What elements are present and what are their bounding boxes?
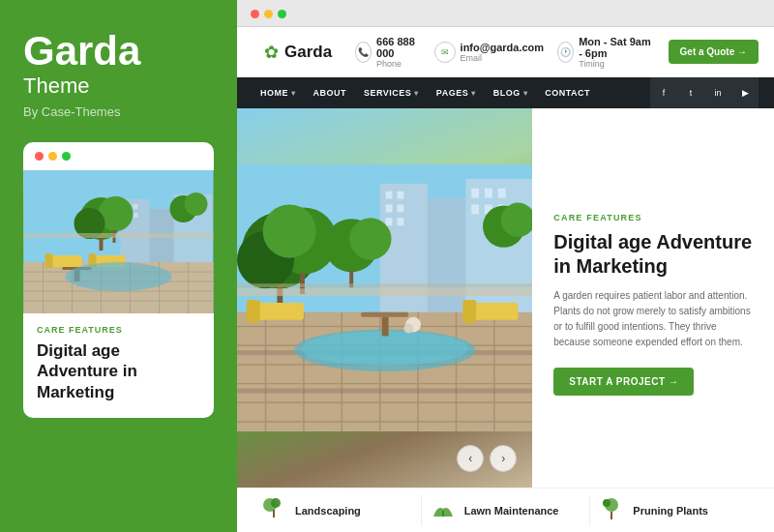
nav-contact[interactable]: CONTACT xyxy=(537,77,598,108)
nav-home[interactable]: HOME ▾ xyxy=(253,77,304,108)
browser-chrome xyxy=(237,0,774,27)
service-pruning: Pruning Plants xyxy=(590,495,759,526)
timing-text: Mon - Sat 9am - 6pm xyxy=(579,36,656,59)
site-logo: ✿ Garda xyxy=(253,34,343,71)
browser-dots xyxy=(251,10,760,18)
hero-title: Digital age Adventure in Marketing xyxy=(553,230,753,279)
lawn-label: Lawn Maintenance xyxy=(464,505,559,517)
start-project-button[interactable]: START A PROJECT → xyxy=(553,368,694,396)
svg-rect-5 xyxy=(134,204,138,209)
svg-rect-61 xyxy=(237,288,532,296)
browser-dot-red xyxy=(251,10,259,18)
svg-point-12 xyxy=(185,192,208,216)
svg-rect-43 xyxy=(397,218,403,225)
social-icons: f t in ▶ xyxy=(650,77,759,108)
hero-image: ‹ › xyxy=(237,108,532,488)
pruning-label: Pruning Plants xyxy=(633,505,708,517)
svg-point-88 xyxy=(403,324,413,334)
hero-care-label: CARE FEATURES xyxy=(553,213,753,222)
svg-rect-46 xyxy=(498,189,506,198)
dot-green xyxy=(62,152,71,161)
hero-text-panel: CARE FEATURES Digital age Adventure in M… xyxy=(532,108,774,488)
clock-icon: 🕐 xyxy=(557,42,574,63)
landscaping-icon xyxy=(260,495,287,526)
chevron-icon: ▾ xyxy=(291,89,296,98)
svg-point-95 xyxy=(603,499,610,507)
card-content: CARE FEATURES Digital age Adventure in M… xyxy=(23,313,214,402)
image-navigation: ‹ › xyxy=(457,445,517,472)
landscaping-label: Landscaping xyxy=(295,505,361,517)
phone-number: 666 888 000 xyxy=(376,36,421,59)
svg-rect-33 xyxy=(24,233,214,238)
chevron-icon: ▾ xyxy=(414,89,419,98)
services-bar: Landscaping Lawn Maintenance xyxy=(237,488,774,532)
brand-title: Garda xyxy=(23,29,214,74)
brand-by: By Case-Themes xyxy=(23,104,214,119)
svg-rect-26 xyxy=(48,255,82,267)
dot-yellow xyxy=(48,152,57,161)
linkedin-icon[interactable]: in xyxy=(704,77,731,108)
phone-label: Phone xyxy=(376,59,421,69)
svg-point-53 xyxy=(263,205,316,258)
svg-rect-82 xyxy=(247,300,260,323)
browser-dot-yellow xyxy=(264,10,273,18)
dot-red xyxy=(35,152,44,161)
card-image xyxy=(23,170,214,313)
svg-point-90 xyxy=(271,498,281,508)
svg-rect-44 xyxy=(471,189,479,198)
timing-label: Timing xyxy=(579,59,656,69)
main-content: ✿ Garda 📞 666 888 000 Phone ✉ info@garda… xyxy=(237,0,774,532)
chevron-icon: ▾ xyxy=(471,89,476,98)
svg-point-80 xyxy=(301,331,468,365)
nav-pages[interactable]: PAGES ▾ xyxy=(429,77,484,108)
email-contact: ✉ info@garda.com Email xyxy=(434,42,545,63)
svg-rect-41 xyxy=(397,205,403,213)
card-care-label: CARE FEATURES xyxy=(37,325,200,335)
get-quote-button[interactable]: Get a Quote → xyxy=(669,40,759,64)
youtube-icon[interactable]: ▶ xyxy=(731,77,759,108)
nav-services[interactable]: SERVICES ▾ xyxy=(356,77,427,108)
logo-text: Garda xyxy=(284,43,332,62)
lawn-icon xyxy=(430,495,457,526)
facebook-icon[interactable]: f xyxy=(650,77,677,108)
chevron-icon: ▾ xyxy=(523,89,528,98)
sidebar-logo-title: Garda Theme By Case-Themes xyxy=(23,29,214,142)
svg-rect-92 xyxy=(442,511,444,517)
phone-contact: 📞 666 888 000 Phone xyxy=(355,36,420,69)
svg-rect-62 xyxy=(237,283,532,287)
site-nav: HOME ▾ ABOUT SERVICES ▾ PAGES ▾ BLOG ▾ C… xyxy=(237,77,774,108)
svg-rect-86 xyxy=(382,317,389,337)
header-contact: 📞 666 888 000 Phone ✉ info@garda.com Ema… xyxy=(355,36,656,69)
svg-point-32 xyxy=(66,262,172,291)
svg-rect-85 xyxy=(361,312,408,317)
nav-about[interactable]: ABOUT xyxy=(306,77,355,108)
site-content: ‹ › CARE FEATURES Digital age Adventure … xyxy=(237,108,774,488)
service-landscaping: Landscaping xyxy=(253,495,422,526)
nav-blog[interactable]: BLOG ▾ xyxy=(486,77,536,108)
svg-rect-42 xyxy=(386,218,393,225)
svg-rect-7 xyxy=(134,213,138,218)
brand-subtitle: Theme xyxy=(23,74,214,99)
phone-icon: 📞 xyxy=(355,42,372,63)
svg-rect-40 xyxy=(386,205,393,213)
prev-arrow[interactable]: ‹ xyxy=(457,445,484,472)
svg-rect-94 xyxy=(610,512,612,519)
next-arrow[interactable]: › xyxy=(490,445,517,472)
browser-dot-green xyxy=(278,10,286,18)
hero-garden-illustration xyxy=(237,108,532,488)
hero-background xyxy=(237,108,532,488)
logo-icon: ✿ xyxy=(264,42,279,63)
email-address: info@garda.com xyxy=(461,42,545,53)
hero-description: A garden requires patient labor and atte… xyxy=(553,288,753,350)
card-dots xyxy=(23,142,214,170)
svg-rect-38 xyxy=(386,192,393,199)
timing-contact: 🕐 Mon - Sat 9am - 6pm Timing xyxy=(557,36,656,69)
twitter-icon[interactable]: t xyxy=(677,77,704,108)
svg-rect-78 xyxy=(237,389,532,394)
email-label: Email xyxy=(461,53,545,63)
email-icon: ✉ xyxy=(434,42,456,63)
preview-card: CARE FEATURES Digital age Adventure in M… xyxy=(23,142,214,418)
svg-point-57 xyxy=(349,218,391,259)
service-lawn: Lawn Maintenance xyxy=(422,495,591,526)
svg-rect-39 xyxy=(397,192,403,199)
